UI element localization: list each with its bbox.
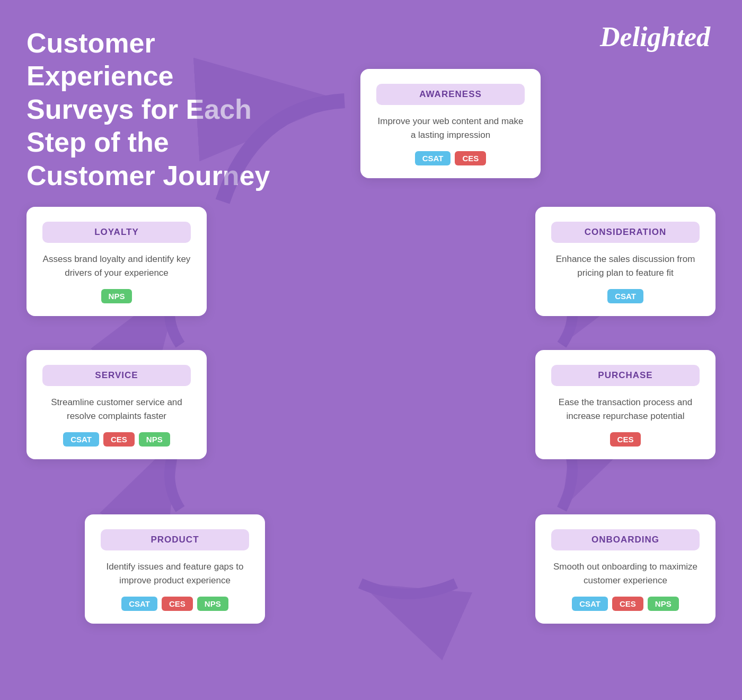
card-purchase: PURCHASE Ease the transaction process an… — [535, 350, 716, 459]
awareness-desc: Improve your web content and make a last… — [376, 115, 525, 142]
onboarding-badges: CSAT CES NPS — [551, 597, 700, 611]
purchase-header: PURCHASE — [551, 365, 700, 386]
badge-csat: CSAT — [121, 597, 157, 611]
purchase-desc: Ease the transaction process and increas… — [551, 396, 700, 423]
badge-ces: CES — [612, 597, 643, 611]
service-badges: CSAT CES NPS — [42, 432, 191, 447]
card-consideration: CONSIDERATION Enhance the sales discussi… — [535, 207, 716, 316]
badge-ces: CES — [455, 151, 486, 165]
product-header: PRODUCT — [101, 529, 249, 550]
card-service: SERVICE Streamline customer service and … — [26, 350, 207, 459]
loyalty-desc: Assess brand loyalty and identify key dr… — [42, 252, 191, 279]
service-desc: Streamline customer service and resolve … — [42, 396, 191, 423]
loyalty-badges: NPS — [42, 289, 191, 303]
product-badges: CSAT CES NPS — [101, 597, 249, 611]
onboarding-desc: Smooth out onboarding to maximize custom… — [551, 560, 700, 587]
service-title: SERVICE — [53, 370, 180, 381]
purchase-badges: CES — [551, 432, 700, 447]
onboarding-header: ONBOARDING — [551, 529, 700, 550]
badge-csat: CSAT — [607, 289, 643, 303]
consideration-badges: CSAT — [551, 289, 700, 303]
badge-nps: NPS — [648, 597, 679, 611]
card-awareness: AWARENESS Improve your web content and m… — [360, 69, 541, 178]
badge-nps: NPS — [139, 432, 170, 447]
product-desc: Identify issues and feature gaps to impr… — [101, 560, 249, 587]
consideration-header: CONSIDERATION — [551, 222, 700, 243]
badge-csat: CSAT — [572, 597, 608, 611]
badge-csat: CSAT — [63, 432, 99, 447]
awareness-title: AWARENESS — [387, 89, 514, 100]
card-onboarding: ONBOARDING Smooth out onboarding to maxi… — [535, 514, 716, 624]
card-product: PRODUCT Identify issues and feature gaps… — [85, 514, 265, 624]
awareness-header: AWARENESS — [376, 84, 525, 105]
purchase-title: PURCHASE — [562, 370, 689, 381]
badge-ces: CES — [103, 432, 135, 447]
badge-ces: CES — [610, 432, 641, 447]
logo: Delighted — [600, 21, 710, 52]
loyalty-header: LOYALTY — [42, 222, 191, 243]
onboarding-title: ONBOARDING — [562, 535, 689, 545]
service-header: SERVICE — [42, 365, 191, 386]
badge-nps: NPS — [101, 289, 132, 303]
product-title: PRODUCT — [111, 535, 238, 545]
card-loyalty: LOYALTY Assess brand loyalty and identif… — [26, 207, 207, 316]
loyalty-title: LOYALTY — [53, 227, 180, 238]
consideration-title: CONSIDERATION — [562, 227, 689, 238]
page-title: Customer Experience Surveys for Each Ste… — [26, 27, 281, 192]
badge-nps: NPS — [197, 597, 228, 611]
badge-ces: CES — [162, 597, 193, 611]
awareness-badges: CSAT CES — [376, 151, 525, 165]
badge-csat: CSAT — [415, 151, 451, 165]
consideration-desc: Enhance the sales discussion from pricin… — [551, 252, 700, 279]
